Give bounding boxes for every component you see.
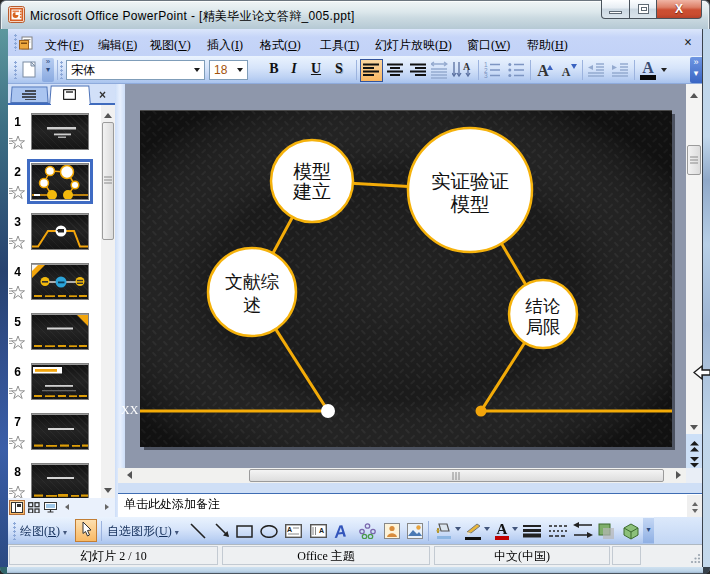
svg-text:实证验证: 实证验证 bbox=[431, 171, 509, 192]
svg-text:局限: 局限 bbox=[526, 317, 562, 337]
svg-text:模型: 模型 bbox=[293, 161, 331, 182]
svg-text:述: 述 bbox=[243, 295, 261, 315]
svg-text:A: A bbox=[287, 526, 292, 533]
svg-text:A: A bbox=[463, 61, 471, 72]
svg-text:建立: 建立 bbox=[292, 181, 331, 202]
svg-text:A: A bbox=[332, 522, 348, 540]
svg-text:文献综: 文献综 bbox=[225, 272, 279, 292]
svg-text:结论: 结论 bbox=[525, 296, 561, 316]
svg-text:模型: 模型 bbox=[451, 194, 490, 215]
svg-text:3: 3 bbox=[484, 72, 488, 78]
svg-text:A: A bbox=[319, 527, 324, 534]
